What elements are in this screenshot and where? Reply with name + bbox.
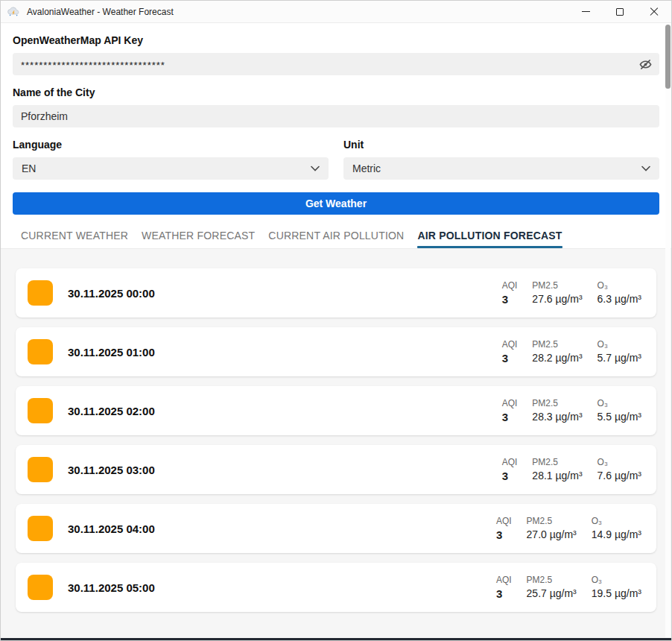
close-button[interactable] bbox=[637, 1, 671, 22]
pm25-stat-value: 27.0 µg/m³ bbox=[527, 528, 577, 540]
language-selected-value: EN bbox=[22, 162, 36, 174]
o3-stat-label: O₃ bbox=[592, 575, 641, 585]
api-key-input[interactable] bbox=[13, 53, 659, 75]
settings-form: OpenWeatherMap API Key Name of the City … bbox=[1, 23, 671, 215]
forecast-card: 30.11.2025 00:00 AQI 3 PM2.5 27.6 µg/m³ … bbox=[16, 268, 656, 318]
aqi-stat-label: AQI bbox=[496, 575, 512, 585]
o3-stat-label: O₃ bbox=[592, 516, 641, 526]
chevron-down-icon bbox=[641, 165, 650, 171]
card-datetime: 30.11.2025 05:00 bbox=[68, 581, 155, 594]
minimize-button[interactable] bbox=[568, 1, 603, 22]
tab-2[interactable]: CURRENT AIR POLLUTION bbox=[268, 230, 404, 248]
card-datetime: 30.11.2025 03:00 bbox=[68, 464, 155, 476]
aqi-stat: AQI 3 bbox=[502, 280, 518, 306]
tab-0[interactable]: CURRENT WEATHER bbox=[21, 230, 128, 248]
city-input[interactable] bbox=[13, 105, 659, 127]
language-select[interactable]: EN bbox=[13, 157, 329, 180]
card-datetime: 30.11.2025 04:00 bbox=[68, 522, 155, 535]
pm25-stat-value: 28.1 µg/m³ bbox=[532, 470, 582, 481]
o3-stat-label: O₃ bbox=[597, 398, 641, 408]
o3-stat: O₃ 19.5 µg/m³ bbox=[592, 575, 641, 600]
eye-off-icon bbox=[639, 58, 652, 71]
pm25-stat-value: 28.3 µg/m³ bbox=[532, 411, 582, 423]
pm25-stat-value: 27.6 µg/m³ bbox=[532, 293, 582, 305]
tab-strip: CURRENT WEATHERWEATHER FORECASTCURRENT A… bbox=[1, 230, 671, 248]
toggle-api-key-visibility-button[interactable] bbox=[637, 56, 653, 72]
aqi-stat-label: AQI bbox=[502, 339, 518, 350]
window-controls bbox=[568, 1, 671, 22]
o3-stat: O₃ 5.7 µg/m³ bbox=[597, 339, 641, 364]
unit-label: Unit bbox=[343, 139, 659, 151]
aqi-stat: AQI 3 bbox=[502, 398, 518, 423]
o3-stat-value: 5.5 µg/m³ bbox=[597, 411, 641, 423]
close-icon bbox=[650, 7, 659, 16]
aqi-stat-label: AQI bbox=[496, 516, 512, 526]
aqi-stat-label: AQI bbox=[502, 457, 518, 467]
aqi-stat-value: 3 bbox=[502, 411, 518, 423]
aqi-stat: AQI 3 bbox=[502, 339, 518, 364]
o3-stat-label: O₃ bbox=[597, 280, 641, 291]
pm25-stat-value: 28.2 µg/m³ bbox=[532, 352, 582, 364]
condition-icon bbox=[28, 457, 53, 482]
aqi-stat: AQI 3 bbox=[502, 457, 518, 482]
o3-stat-label: O₃ bbox=[597, 457, 641, 467]
card-stats: AQI 3 PM2.5 27.0 µg/m³ O₃ 14.9 µg/m³ bbox=[496, 516, 641, 541]
o3-stat-value: 5.7 µg/m³ bbox=[597, 352, 641, 364]
condition-icon bbox=[28, 516, 53, 541]
card-datetime: 30.11.2025 02:00 bbox=[68, 405, 155, 417]
o3-stat-label: O₃ bbox=[597, 339, 641, 350]
tab-active[interactable]: AIR POLLUTION FORECAST bbox=[417, 230, 562, 248]
o3-stat: O₃ 14.9 µg/m³ bbox=[592, 516, 641, 541]
pm25-stat: PM2.5 28.2 µg/m³ bbox=[532, 339, 582, 364]
card-stats: AQI 3 PM2.5 27.6 µg/m³ O₃ 6.3 µg/m³ bbox=[502, 280, 641, 306]
unit-select[interactable]: Metric bbox=[343, 157, 659, 180]
pm25-stat: PM2.5 27.0 µg/m³ bbox=[527, 516, 577, 541]
aqi-stat-value: 3 bbox=[496, 587, 512, 600]
o3-stat: O₃ 7.6 µg/m³ bbox=[597, 457, 641, 482]
forecast-card: 30.11.2025 05:00 AQI 3 PM2.5 25.7 µg/m³ … bbox=[16, 563, 656, 612]
aqi-stat-label: AQI bbox=[502, 398, 518, 408]
aqi-stat: AQI 3 bbox=[496, 516, 512, 541]
app-weather-icon bbox=[7, 7, 20, 17]
pm25-stat-label: PM2.5 bbox=[532, 457, 582, 467]
aqi-stat-value: 3 bbox=[502, 470, 518, 482]
language-label: Language bbox=[13, 139, 329, 151]
card-stats: AQI 3 PM2.5 25.7 µg/m³ O₃ 19.5 µg/m³ bbox=[496, 575, 641, 600]
card-stats: AQI 3 PM2.5 28.2 µg/m³ O₃ 5.7 µg/m³ bbox=[502, 339, 641, 364]
condition-icon bbox=[28, 575, 53, 600]
condition-icon bbox=[28, 280, 53, 306]
pm25-stat-label: PM2.5 bbox=[527, 575, 577, 585]
card-stats: AQI 3 PM2.5 28.1 µg/m³ O₃ 7.6 µg/m³ bbox=[502, 457, 641, 482]
vertical-scrollbar[interactable] bbox=[665, 24, 671, 637]
pm25-stat-value: 25.7 µg/m³ bbox=[527, 587, 577, 599]
maximize-button[interactable] bbox=[603, 1, 637, 22]
app-window: AvaloniaWeather - Weather Forecast OpenW… bbox=[0, 0, 672, 641]
get-weather-button[interactable]: Get Weather bbox=[13, 192, 659, 215]
city-label: Name of the City bbox=[13, 86, 659, 98]
condition-icon bbox=[28, 339, 53, 364]
o3-stat: O₃ 5.5 µg/m³ bbox=[597, 398, 641, 423]
o3-stat-value: 6.3 µg/m³ bbox=[597, 293, 641, 305]
pm25-stat-label: PM2.5 bbox=[527, 516, 577, 526]
title-bar: AvaloniaWeather - Weather Forecast bbox=[1, 1, 671, 23]
o3-stat-value: 7.6 µg/m³ bbox=[597, 470, 641, 481]
aqi-stat: AQI 3 bbox=[496, 575, 512, 600]
tab-1[interactable]: WEATHER FORECAST bbox=[142, 230, 255, 248]
forecast-card: 30.11.2025 01:00 AQI 3 PM2.5 28.2 µg/m³ … bbox=[16, 327, 656, 376]
pm25-stat-label: PM2.5 bbox=[532, 398, 582, 408]
maximize-icon bbox=[616, 8, 624, 16]
scrollbar-thumb[interactable] bbox=[665, 25, 671, 89]
minimize-icon bbox=[582, 11, 590, 12]
card-datetime: 30.11.2025 00:00 bbox=[68, 287, 155, 300]
air-pollution-forecast-list: 30.11.2025 00:00 AQI 3 PM2.5 27.6 µg/m³ … bbox=[1, 248, 671, 640]
o3-stat: O₃ 6.3 µg/m³ bbox=[597, 280, 641, 306]
unit-selected-value: Metric bbox=[352, 162, 381, 174]
window-bottom-edge bbox=[1, 638, 671, 640]
aqi-stat-value: 3 bbox=[502, 293, 518, 306]
o3-stat-value: 19.5 µg/m³ bbox=[592, 587, 641, 599]
aqi-stat-label: AQI bbox=[502, 280, 518, 291]
window-title: AvaloniaWeather - Weather Forecast bbox=[27, 7, 174, 17]
condition-icon bbox=[28, 398, 53, 423]
pm25-stat: PM2.5 25.7 µg/m³ bbox=[527, 575, 577, 600]
pm25-stat: PM2.5 28.3 µg/m³ bbox=[532, 398, 582, 423]
